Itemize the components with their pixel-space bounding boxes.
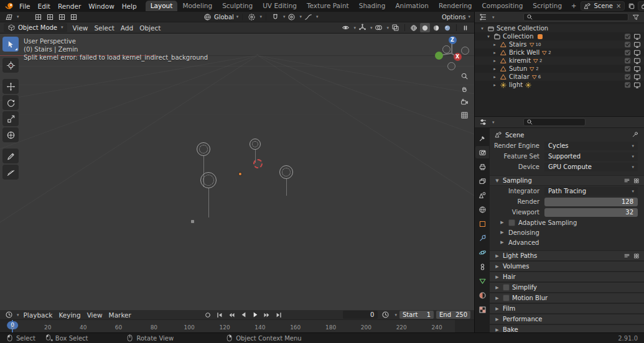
hide-in-viewport-icon[interactable]	[633, 73, 641, 81]
options-dropdown[interactable]: Options	[442, 14, 466, 21]
properties-tab-object-data[interactable]	[475, 275, 489, 287]
camera-view-icon[interactable]	[460, 98, 469, 106]
section-header-sampling[interactable]: ▼Sampling	[490, 175, 644, 186]
timeline-menu-marker[interactable]: Marker	[106, 311, 134, 319]
disclosure-icon[interactable]: ▸	[492, 58, 498, 63]
hide-in-viewport-icon[interactable]	[633, 81, 641, 89]
pause-icon[interactable]	[460, 23, 470, 32]
new-scene-icon[interactable]	[627, 1, 635, 11]
outliner-row[interactable]: ▾Scene Collection	[475, 24, 644, 32]
tool-cursor[interactable]	[2, 58, 19, 73]
gizmo-axis-neg-x[interactable]	[442, 45, 450, 53]
proportional-falloff-icon[interactable]	[303, 12, 314, 22]
section-checkbox[interactable]	[503, 295, 510, 301]
properties-tab-physics[interactable]	[475, 246, 489, 258]
hide-in-viewport-icon[interactable]	[633, 49, 641, 57]
gizmo-axis-z[interactable]: Z	[449, 36, 457, 44]
empty-sphere-object[interactable]	[197, 142, 210, 156]
tool-select-box[interactable]	[2, 37, 19, 52]
timeline-ruler[interactable]: 0 020406080100120140160180200220240	[0, 320, 474, 332]
blender-logo-icon[interactable]	[4, 1, 16, 11]
section-header-film[interactable]: ▶Film	[490, 303, 644, 314]
presets-grid-icon[interactable]	[633, 253, 640, 259]
header-grid-icon-2[interactable]	[45, 12, 55, 22]
workspace-tab-rendering[interactable]: Rendering	[434, 1, 477, 11]
prev-keyframe-button[interactable]	[226, 311, 237, 319]
header-grid-icon-4[interactable]	[68, 12, 79, 22]
toggle-xray-icon[interactable]	[390, 23, 401, 32]
properties-tab-world[interactable]	[475, 203, 489, 216]
presets-list-icon[interactable]	[623, 177, 630, 184]
workspace-tab-sculpting[interactable]: Sculpting	[217, 1, 258, 11]
outliner-row[interactable]: ▸Sutun2	[475, 65, 644, 73]
viewport-menu-object[interactable]: Object	[136, 24, 164, 32]
section-header-light-paths[interactable]: ▶Light Paths	[490, 250, 644, 261]
section-checkbox[interactable]	[503, 284, 510, 291]
subsection-checkbox[interactable]	[508, 219, 515, 226]
menu-window[interactable]: Window	[85, 2, 118, 11]
outliner-row[interactable]: ▸Citalar6	[475, 73, 644, 81]
jump-to-end-button[interactable]	[274, 311, 284, 319]
object-visibility-icon[interactable]	[340, 23, 351, 32]
disclosure-icon[interactable]: ▸	[492, 42, 498, 47]
tool-move[interactable]	[2, 79, 19, 94]
shading-solid-icon[interactable]	[420, 23, 430, 32]
3d-cursor[interactable]	[253, 159, 263, 168]
properties-tab-tool[interactable]	[475, 132, 489, 144]
viewport-menu-add[interactable]: Add	[118, 24, 136, 32]
section-header-volumes[interactable]: ▶Volumes	[490, 261, 644, 272]
navigation-gizmo[interactable]: ZX	[434, 35, 469, 70]
exclude-checkbox[interactable]	[624, 81, 632, 89]
workspace-tab-layout[interactable]: Layout	[146, 1, 178, 11]
workspace-tab-texture-paint[interactable]: Texture Paint	[302, 1, 354, 11]
disclosure-icon[interactable]: ▾	[479, 26, 485, 31]
hide-in-viewport-icon[interactable]	[633, 33, 641, 40]
hide-in-viewport-icon[interactable]	[633, 65, 641, 73]
pan-hand-icon[interactable]	[460, 85, 469, 93]
properties-tab-constraints[interactable]	[475, 260, 489, 273]
editor-type-3d-viewport-icon[interactable]	[4, 12, 14, 22]
presets-grid-icon[interactable]	[633, 178, 640, 184]
start-frame-field[interactable]: Start 1	[399, 311, 434, 319]
menu-edit[interactable]: Edit	[34, 2, 54, 11]
properties-tab-modifiers[interactable]	[475, 232, 489, 244]
pin-icon[interactable]	[632, 131, 639, 139]
properties-tab-render[interactable]	[475, 146, 489, 158]
editor-type-properties-icon[interactable]	[478, 117, 488, 127]
properties-tab-scene[interactable]	[475, 189, 489, 201]
tool-rotate[interactable]	[2, 95, 19, 110]
workspace-tab-modeling[interactable]: Modeling	[177, 1, 217, 11]
tool-annotate[interactable]	[2, 149, 19, 163]
outliner-search-input[interactable]	[535, 14, 625, 21]
viewport-3d[interactable]: User Perspective (0) Stairs | Zemin Spli…	[0, 34, 474, 310]
filter-icon[interactable]	[631, 12, 641, 22]
gizmo-axis-y[interactable]	[435, 52, 443, 60]
disclosure-icon[interactable]: ▸	[492, 50, 498, 55]
show-overlays-icon[interactable]	[373, 23, 384, 32]
object-origin-dot[interactable]	[239, 173, 241, 175]
next-keyframe-button[interactable]	[262, 311, 273, 319]
shading-wireframe-icon[interactable]	[409, 23, 419, 32]
outliner-row[interactable]: ▸Brick Well2	[475, 48, 644, 57]
disclosure-icon[interactable]: ▸	[492, 83, 498, 88]
properties-tab-texture[interactable]	[475, 303, 489, 316]
workspace-tab-scripting[interactable]: Scripting	[528, 1, 567, 11]
empty-sphere-object[interactable]	[279, 165, 293, 179]
empty-sphere-object[interactable]	[250, 139, 261, 150]
presets-list-icon[interactable]	[623, 252, 630, 259]
header-grid-icon-3[interactable]	[57, 12, 67, 22]
unlink-scene-icon[interactable]: ×	[615, 2, 622, 9]
viewport-menu-view[interactable]: View	[70, 24, 91, 32]
record-button[interactable]	[203, 311, 213, 319]
pivot-point-icon[interactable]	[246, 12, 257, 22]
timeline-menu-view[interactable]: View	[84, 311, 106, 319]
shading-material-icon[interactable]	[431, 23, 441, 32]
zoom-icon[interactable]	[460, 72, 469, 80]
field-render[interactable]: 128	[544, 198, 638, 206]
mode-selector[interactable]: Object Mode ▾	[4, 23, 67, 32]
current-frame-field[interactable]: 0	[343, 311, 378, 319]
properties-search[interactable]	[523, 118, 586, 126]
properties-tab-material[interactable]	[475, 289, 489, 301]
tool-transform[interactable]	[2, 127, 19, 142]
disclosure-icon[interactable]: ▸	[492, 75, 498, 80]
